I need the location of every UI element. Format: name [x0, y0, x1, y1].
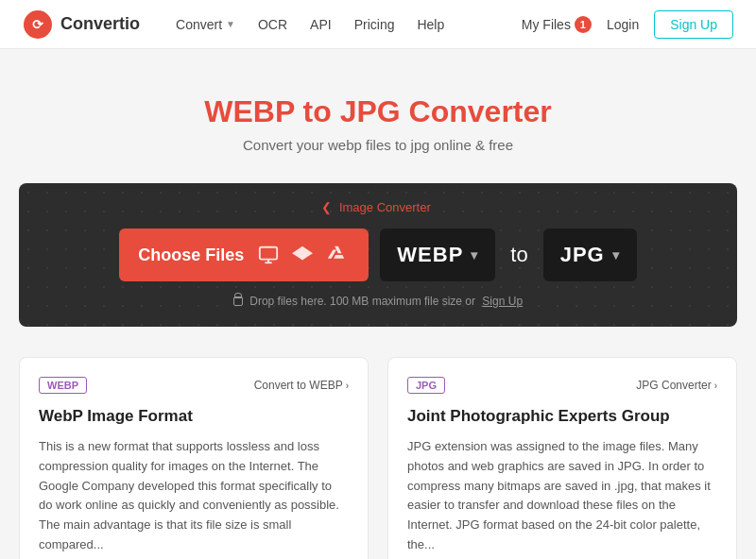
logo-text: Convertio: [60, 14, 140, 34]
choose-files-button[interactable]: Choose Files: [119, 229, 369, 281]
lock-icon: [233, 296, 243, 306]
sign-up-link[interactable]: Sign Up: [482, 295, 523, 308]
nav-help[interactable]: Help: [407, 11, 454, 38]
upload-icons: [255, 242, 350, 268]
nav-api[interactable]: API: [301, 11, 341, 38]
card-webp-header: WEBP Convert to WEBP ›: [39, 377, 349, 394]
convert-to-webp-link[interactable]: Convert to WEBP ›: [254, 379, 349, 392]
hero-section: WEBP to JPG Converter Convert your webp …: [0, 49, 756, 183]
converter-label: ❮ Image Converter: [321, 200, 434, 214]
chevron-right-icon: ›: [346, 381, 349, 391]
chevron-right-icon: ›: [714, 381, 717, 391]
my-files-badge: 1: [575, 16, 592, 33]
navbar: ⟳ Convertio Convert ▼ OCR API Pricing He…: [0, 0, 756, 49]
card-jpg: JPG JPG Converter › Joint Photographic E…: [387, 357, 737, 559]
chevron-down-icon: ▼: [226, 19, 235, 29]
logo-icon: ⟳: [23, 9, 53, 40]
computer-upload-icon: [255, 242, 282, 268]
webp-card-text: This is a new format that supports lossl…: [39, 437, 349, 555]
webp-tag: WEBP: [39, 377, 87, 394]
svg-text:⟳: ⟳: [32, 17, 44, 32]
to-format-button[interactable]: JPG ▾: [543, 229, 637, 281]
jpg-converter-link[interactable]: JPG Converter ›: [636, 379, 717, 392]
nav-ocr[interactable]: OCR: [249, 11, 297, 38]
nav-convert[interactable]: Convert ▼: [166, 11, 245, 38]
card-jpg-header: JPG JPG Converter ›: [407, 377, 717, 394]
cards-section: WEBP Convert to WEBP › WebP Image Format…: [0, 357, 756, 559]
jpg-card-text: JPG extension was assigned to the image …: [407, 437, 717, 555]
from-format-button[interactable]: WEBP ▾: [380, 229, 495, 281]
dropbox-icon: [289, 242, 316, 268]
page-title: WEBP to JPG Converter: [23, 94, 733, 129]
svg-rect-2: [260, 247, 277, 260]
hero-subtitle: Convert your webp files to jpg online & …: [23, 137, 733, 153]
converter-label-row: ❮ Image Converter: [42, 198, 714, 215]
drop-info: Drop files here. 100 MB maximum file siz…: [42, 295, 714, 308]
converter-panel: ❮ Image Converter Choose Files: [19, 183, 737, 327]
login-link[interactable]: Login: [607, 17, 639, 32]
jpg-tag: JPG: [407, 377, 445, 394]
to-format-caret: ▾: [612, 247, 620, 263]
nav-right: My Files 1 Login Sign Up: [522, 10, 733, 39]
nav-links: Convert ▼ OCR API Pricing Help: [166, 11, 522, 38]
converter-label-icon: ❮: [321, 200, 332, 214]
signup-button[interactable]: Sign Up: [654, 10, 733, 39]
converter-row: Choose Files: [42, 229, 714, 281]
logo-link[interactable]: ⟳ Convertio: [23, 9, 140, 40]
card-webp: WEBP Convert to WEBP › WebP Image Format…: [19, 357, 369, 559]
google-drive-icon: [323, 242, 350, 268]
my-files-link[interactable]: My Files 1: [522, 16, 592, 33]
to-label: to: [507, 243, 531, 267]
webp-card-title: WebP Image Format: [39, 407, 349, 426]
converter-label-text: Image Converter: [339, 200, 431, 214]
jpg-card-title: Joint Photographic Experts Group: [407, 407, 717, 426]
from-format-caret: ▾: [471, 247, 478, 263]
nav-pricing[interactable]: Pricing: [345, 11, 404, 38]
